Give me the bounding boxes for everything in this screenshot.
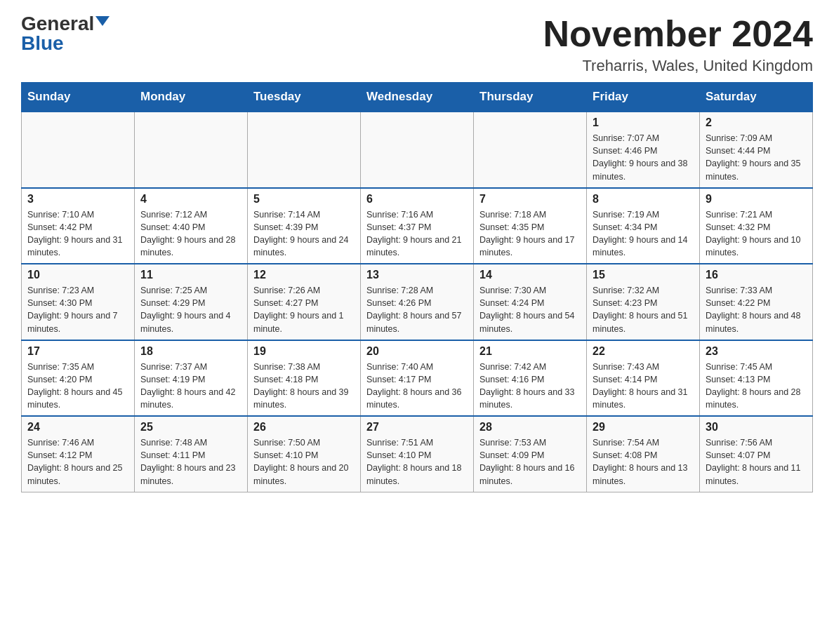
day-info: Sunrise: 7:37 AM Sunset: 4:19 PM Dayligh… (140, 361, 241, 412)
day-number: 12 (253, 269, 355, 281)
calendar-cell: 18Sunrise: 7:37 AM Sunset: 4:19 PM Dayli… (135, 340, 248, 417)
calendar-cell: 15Sunrise: 7:32 AM Sunset: 4:23 PM Dayli… (587, 264, 700, 340)
calendar-week-row: 1Sunrise: 7:07 AM Sunset: 4:46 PM Daylig… (22, 112, 813, 188)
calendar-cell: 17Sunrise: 7:35 AM Sunset: 4:20 PM Dayli… (22, 340, 135, 417)
calendar-cell: 25Sunrise: 7:48 AM Sunset: 4:11 PM Dayli… (135, 416, 248, 492)
day-info: Sunrise: 7:18 AM Sunset: 4:35 PM Dayligh… (479, 208, 581, 260)
day-info: Sunrise: 7:16 AM Sunset: 4:37 PM Dayligh… (366, 208, 468, 260)
day-info: Sunrise: 7:14 AM Sunset: 4:39 PM Dayligh… (253, 208, 355, 260)
day-number: 10 (27, 269, 128, 281)
day-info: Sunrise: 7:53 AM Sunset: 4:09 PM Dayligh… (479, 436, 581, 488)
calendar-cell: 21Sunrise: 7:42 AM Sunset: 4:16 PM Dayli… (474, 340, 587, 417)
location-subtitle: Treharris, Wales, United Kingdom (543, 57, 813, 75)
calendar-header-tuesday: Tuesday (248, 83, 361, 112)
day-number: 16 (706, 269, 807, 281)
day-number: 23 (706, 345, 807, 358)
calendar-header-thursday: Thursday (474, 83, 587, 112)
day-info: Sunrise: 7:56 AM Sunset: 4:07 PM Dayligh… (706, 436, 807, 488)
title-block: November 2024 Treharris, Wales, United K… (543, 14, 813, 75)
day-number: 4 (140, 193, 241, 206)
day-info: Sunrise: 7:21 AM Sunset: 4:32 PM Dayligh… (706, 208, 807, 260)
day-info: Sunrise: 7:30 AM Sunset: 4:24 PM Dayligh… (479, 284, 581, 335)
day-number: 28 (479, 421, 581, 434)
day-number: 1 (593, 116, 694, 129)
logo-general-text: General (21, 14, 94, 34)
calendar-cell: 10Sunrise: 7:23 AM Sunset: 4:30 PM Dayli… (22, 264, 135, 340)
calendar-cell: 20Sunrise: 7:40 AM Sunset: 4:17 PM Dayli… (361, 340, 474, 417)
calendar-cell: 2Sunrise: 7:09 AM Sunset: 4:44 PM Daylig… (700, 112, 813, 188)
day-number: 26 (253, 421, 355, 434)
calendar-cell: 24Sunrise: 7:46 AM Sunset: 4:12 PM Dayli… (22, 416, 135, 492)
calendar-cell: 3Sunrise: 7:10 AM Sunset: 4:42 PM Daylig… (22, 188, 135, 264)
calendar-header-friday: Friday (587, 83, 700, 112)
day-info: Sunrise: 7:38 AM Sunset: 4:18 PM Dayligh… (253, 361, 355, 412)
day-number: 24 (27, 421, 128, 434)
calendar-cell (22, 112, 135, 188)
calendar-cell: 6Sunrise: 7:16 AM Sunset: 4:37 PM Daylig… (361, 188, 474, 264)
day-info: Sunrise: 7:51 AM Sunset: 4:10 PM Dayligh… (366, 436, 468, 488)
calendar-cell: 26Sunrise: 7:50 AM Sunset: 4:10 PM Dayli… (248, 416, 361, 492)
day-info: Sunrise: 7:48 AM Sunset: 4:11 PM Dayligh… (140, 436, 241, 488)
calendar-header-monday: Monday (135, 83, 248, 112)
calendar-cell: 11Sunrise: 7:25 AM Sunset: 4:29 PM Dayli… (135, 264, 248, 340)
day-info: Sunrise: 7:09 AM Sunset: 4:44 PM Dayligh… (706, 132, 807, 183)
logo-triangle-icon (95, 16, 110, 26)
calendar-cell: 23Sunrise: 7:45 AM Sunset: 4:13 PM Dayli… (700, 340, 813, 417)
calendar-cell: 1Sunrise: 7:07 AM Sunset: 4:46 PM Daylig… (587, 112, 700, 188)
month-title: November 2024 (543, 14, 813, 54)
day-number: 17 (27, 345, 128, 358)
calendar-cell: 13Sunrise: 7:28 AM Sunset: 4:26 PM Dayli… (361, 264, 474, 340)
day-info: Sunrise: 7:33 AM Sunset: 4:22 PM Dayligh… (706, 284, 807, 335)
day-number: 30 (706, 421, 807, 434)
day-info: Sunrise: 7:35 AM Sunset: 4:20 PM Dayligh… (27, 361, 128, 412)
day-number: 15 (593, 269, 694, 281)
day-info: Sunrise: 7:46 AM Sunset: 4:12 PM Dayligh… (27, 436, 128, 488)
calendar-cell: 30Sunrise: 7:56 AM Sunset: 4:07 PM Dayli… (700, 416, 813, 492)
day-info: Sunrise: 7:07 AM Sunset: 4:46 PM Dayligh… (593, 132, 694, 183)
calendar-header-row: SundayMondayTuesdayWednesdayThursdayFrid… (22, 83, 813, 112)
calendar-cell: 19Sunrise: 7:38 AM Sunset: 4:18 PM Dayli… (248, 340, 361, 417)
day-number: 29 (593, 421, 694, 434)
day-number: 18 (140, 345, 241, 358)
calendar-week-row: 3Sunrise: 7:10 AM Sunset: 4:42 PM Daylig… (22, 188, 813, 264)
day-info: Sunrise: 7:40 AM Sunset: 4:17 PM Dayligh… (366, 361, 468, 412)
calendar-cell: 8Sunrise: 7:19 AM Sunset: 4:34 PM Daylig… (587, 188, 700, 264)
day-number: 11 (140, 269, 241, 281)
day-number: 27 (366, 421, 468, 434)
calendar-table: SundayMondayTuesdayWednesdayThursdayFrid… (21, 82, 813, 492)
day-info: Sunrise: 7:43 AM Sunset: 4:14 PM Dayligh… (593, 361, 694, 412)
day-number: 19 (253, 345, 355, 358)
day-info: Sunrise: 7:54 AM Sunset: 4:08 PM Dayligh… (593, 436, 694, 488)
day-number: 20 (366, 345, 468, 358)
day-number: 13 (366, 269, 468, 281)
day-info: Sunrise: 7:45 AM Sunset: 4:13 PM Dayligh… (706, 361, 807, 412)
day-number: 21 (479, 345, 581, 358)
calendar-cell: 27Sunrise: 7:51 AM Sunset: 4:10 PM Dayli… (361, 416, 474, 492)
day-number: 3 (27, 193, 128, 206)
day-info: Sunrise: 7:26 AM Sunset: 4:27 PM Dayligh… (253, 284, 355, 335)
day-info: Sunrise: 7:23 AM Sunset: 4:30 PM Dayligh… (27, 284, 128, 335)
calendar-week-row: 24Sunrise: 7:46 AM Sunset: 4:12 PM Dayli… (22, 416, 813, 492)
calendar-header-wednesday: Wednesday (361, 83, 474, 112)
day-number: 8 (593, 193, 694, 206)
calendar-cell: 16Sunrise: 7:33 AM Sunset: 4:22 PM Dayli… (700, 264, 813, 340)
day-number: 2 (706, 116, 807, 129)
day-info: Sunrise: 7:32 AM Sunset: 4:23 PM Dayligh… (593, 284, 694, 335)
calendar-header-saturday: Saturday (700, 83, 813, 112)
day-number: 22 (593, 345, 694, 358)
day-number: 25 (140, 421, 241, 434)
calendar-cell: 14Sunrise: 7:30 AM Sunset: 4:24 PM Dayli… (474, 264, 587, 340)
day-info: Sunrise: 7:50 AM Sunset: 4:10 PM Dayligh… (253, 436, 355, 488)
day-info: Sunrise: 7:42 AM Sunset: 4:16 PM Dayligh… (479, 361, 581, 412)
calendar-cell: 22Sunrise: 7:43 AM Sunset: 4:14 PM Dayli… (587, 340, 700, 417)
day-info: Sunrise: 7:12 AM Sunset: 4:40 PM Dayligh… (140, 208, 241, 260)
day-number: 5 (253, 193, 355, 206)
logo-blue-text: Blue (21, 34, 64, 53)
logo: General Blue (21, 14, 110, 53)
day-number: 7 (479, 193, 581, 206)
calendar-cell (135, 112, 248, 188)
calendar-cell: 5Sunrise: 7:14 AM Sunset: 4:39 PM Daylig… (248, 188, 361, 264)
calendar-cell: 12Sunrise: 7:26 AM Sunset: 4:27 PM Dayli… (248, 264, 361, 340)
calendar-cell (248, 112, 361, 188)
day-info: Sunrise: 7:25 AM Sunset: 4:29 PM Dayligh… (140, 284, 241, 335)
